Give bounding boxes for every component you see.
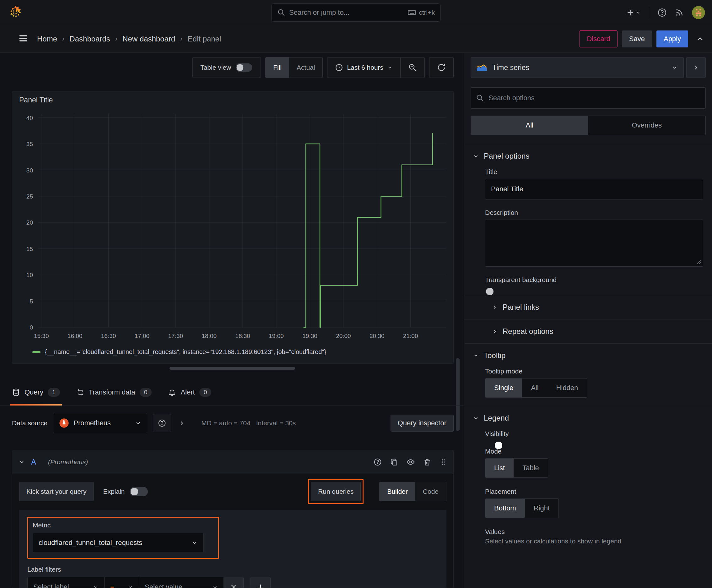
options-search-input[interactable] xyxy=(489,94,700,102)
hide-query-icon[interactable] xyxy=(406,458,415,466)
user-avatar[interactable] xyxy=(692,6,705,19)
top-bar: ctrl+k xyxy=(0,0,712,25)
legend-list-option[interactable]: List xyxy=(486,459,514,478)
visibility-label: Visibility xyxy=(485,430,703,438)
tooltip-mode-switch: Single All Hidden xyxy=(485,378,587,398)
visualization-picker[interactable]: Time series xyxy=(471,57,684,78)
expand-options-icon[interactable] xyxy=(179,420,185,426)
panel-links-header[interactable]: Panel links xyxy=(464,295,712,319)
svg-text:19:30: 19:30 xyxy=(302,333,317,339)
builder-option[interactable]: Builder xyxy=(380,482,415,501)
fill-option[interactable]: Fill xyxy=(265,58,289,78)
help-icon[interactable] xyxy=(657,8,667,17)
transform-count-badge: 0 xyxy=(140,388,152,397)
select-label-dropdown[interactable]: Select label xyxy=(27,577,104,588)
apply-button[interactable]: Apply xyxy=(656,30,688,47)
tooltip-single-option[interactable]: Single xyxy=(486,378,522,397)
breadcrumb-new-dashboard[interactable]: New dashboard xyxy=(123,35,175,43)
datasource-help-button[interactable] xyxy=(153,414,171,432)
svg-text:25: 25 xyxy=(26,193,33,200)
new-menu-button[interactable] xyxy=(626,8,641,17)
remove-filter-button[interactable] xyxy=(223,577,244,588)
tab-overrides[interactable]: Overrides xyxy=(588,116,706,135)
table-view-control: Table view xyxy=(192,57,261,78)
zoom-out-button[interactable] xyxy=(401,58,425,78)
time-range-control: Last 6 hours xyxy=(327,57,425,78)
breadcrumb-home[interactable]: Home xyxy=(37,35,57,43)
chart-legend[interactable]: {__name__="cloudflared_tunnel_total_requ… xyxy=(33,348,326,356)
panel-title-input[interactable] xyxy=(485,179,703,200)
horizontal-scrollbar[interactable] xyxy=(170,367,295,370)
global-search[interactable]: ctrl+k xyxy=(271,3,441,22)
query-help-icon[interactable] xyxy=(373,458,382,466)
chevron-down-icon xyxy=(192,540,198,546)
title-label: Title xyxy=(485,168,703,175)
svg-text:17:30: 17:30 xyxy=(168,333,184,339)
resize-grip-icon[interactable] xyxy=(696,259,701,265)
refresh-icon xyxy=(437,63,446,72)
metric-select[interactable]: cloudflared_tunnel_total_requests xyxy=(33,533,204,553)
menu-toggle-icon[interactable] xyxy=(18,33,28,43)
refresh-button[interactable] xyxy=(429,57,454,78)
tooltip-hidden-option[interactable]: Hidden xyxy=(547,378,587,397)
legend-table-option[interactable]: Table xyxy=(514,459,548,478)
duplicate-query-icon[interactable] xyxy=(390,458,398,466)
svg-text:0: 0 xyxy=(29,324,33,331)
options-search[interactable] xyxy=(471,87,706,109)
operator-dropdown[interactable]: = xyxy=(104,577,139,588)
search-shortcut: ctrl+k xyxy=(408,8,435,17)
alert-count-badge: 0 xyxy=(199,388,212,397)
breadcrumb-bar: Home › Dashboards › New dashboard › Edit… xyxy=(0,25,712,53)
save-button[interactable]: Save xyxy=(622,30,652,47)
fill-actual-switch: Fill Actual xyxy=(265,57,323,78)
time-range-picker[interactable]: Last 6 hours xyxy=(327,58,400,78)
table-view-label: Table view xyxy=(200,64,231,71)
select-value-dropdown[interactable]: Select value xyxy=(139,577,223,588)
explain-toggle[interactable] xyxy=(130,487,148,496)
datasource-picker[interactable]: Prometheus xyxy=(53,413,147,433)
breadcrumb: Home › Dashboards › New dashboard › Edit… xyxy=(37,25,221,53)
kick-start-query-button[interactable]: Kick start your query xyxy=(19,482,93,501)
plus-icon xyxy=(257,583,264,588)
grafana-logo-icon[interactable] xyxy=(8,5,23,19)
panel-options-header[interactable]: Panel options xyxy=(464,144,712,168)
tab-transform-data[interactable]: Transform data 0 xyxy=(76,379,152,405)
description-label: Description xyxy=(485,209,703,216)
description-textarea[interactable] xyxy=(485,219,703,267)
tooltip-all-option[interactable]: All xyxy=(522,378,547,397)
svg-text:20:00: 20:00 xyxy=(336,333,351,339)
collapse-header-icon[interactable] xyxy=(696,35,705,43)
tab-query[interactable]: Query 1 xyxy=(12,379,60,405)
builder-code-switch: Builder Code xyxy=(379,482,447,501)
series-label[interactable]: {__name__="cloudflared_tunnel_total_requ… xyxy=(45,348,326,356)
series-color-swatch xyxy=(33,351,41,353)
svg-text:18:30: 18:30 xyxy=(235,333,250,339)
tooltip-header[interactable]: Tooltip xyxy=(464,344,712,368)
code-option[interactable]: Code xyxy=(415,482,446,501)
placement-right-option[interactable]: Right xyxy=(525,499,559,518)
run-queries-button[interactable]: Run queries xyxy=(311,482,361,501)
collapse-options-pane-button[interactable] xyxy=(686,57,706,78)
query-row-header[interactable]: A (Prometheus) xyxy=(12,450,453,474)
query-inspector-button[interactable]: Query inspector xyxy=(390,415,454,432)
table-view-toggle[interactable] xyxy=(236,63,252,72)
search-input[interactable] xyxy=(289,8,404,17)
chevron-right-icon: › xyxy=(62,35,64,43)
placement-bottom-option[interactable]: Bottom xyxy=(486,499,525,518)
delete-query-icon[interactable] xyxy=(423,458,431,466)
legend-header[interactable]: Legend xyxy=(464,406,712,430)
actual-option[interactable]: Actual xyxy=(289,58,322,78)
query-ref-id: A xyxy=(31,458,36,466)
repeat-options-header[interactable]: Repeat options xyxy=(464,319,712,343)
breadcrumb-dashboards[interactable]: Dashboards xyxy=(69,35,110,43)
timeseries-chart[interactable]: 15:3016:0016:3017:0017:3018:0018:3019:00… xyxy=(15,110,451,344)
tab-all[interactable]: All xyxy=(471,116,588,135)
discard-button[interactable]: Discard xyxy=(580,30,618,47)
news-icon[interactable] xyxy=(675,8,684,17)
tab-alert[interactable]: Alert 0 xyxy=(168,379,211,405)
drag-handle-icon[interactable] xyxy=(439,458,447,466)
tooltip-mode-label: Tooltip mode xyxy=(485,368,703,375)
add-filter-button[interactable] xyxy=(251,577,271,588)
breadcrumb-current: Edit panel xyxy=(188,35,221,43)
bell-icon xyxy=(168,388,176,396)
